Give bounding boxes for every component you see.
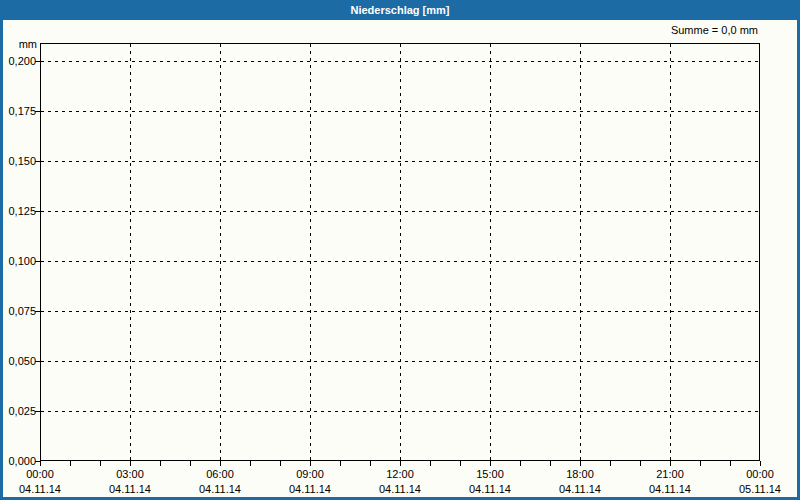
x-axis-tick [70,461,71,466]
y-axis-tick-label: 0,025 [0,405,36,417]
x-axis-date-label: 04.11.14 [455,483,525,495]
gridline-vertical [400,44,401,460]
y-axis-tick-label: 0,050 [0,355,36,367]
x-axis-time-label: 12:00 [365,468,435,480]
x-axis-tick [430,461,431,466]
x-axis-date-label: 04.11.14 [275,483,345,495]
y-axis-unit-label: mm [0,38,37,50]
x-axis-tick [340,461,341,466]
gridline-vertical [490,44,491,460]
y-axis-tick-label: 0,150 [0,155,36,167]
x-axis-tick [700,461,701,466]
x-axis-date-label: 04.11.14 [365,483,435,495]
gridline-vertical [310,44,311,460]
y-axis-tick-label: 0,200 [0,55,36,67]
chart-window: Niederschlag [mm] Summe = 0,0 mm mm 0,20… [0,0,800,500]
x-axis-date-label: 04.11.14 [185,483,255,495]
x-axis-date-label: 04.11.14 [95,483,165,495]
x-axis-tick [730,461,731,466]
y-axis-tick [35,111,40,112]
y-axis-tick-label: 0,000 [0,455,36,467]
x-axis-tick [370,461,371,466]
y-axis-tick [35,411,40,412]
gridline-vertical [670,44,671,460]
x-axis-tick [100,461,101,466]
x-axis-tick [160,461,161,466]
y-axis-tick-label: 0,175 [0,105,36,117]
x-axis-time-label: 03:00 [95,468,165,480]
x-axis-time-label: 15:00 [455,468,525,480]
x-axis-time-label: 06:00 [185,468,255,480]
x-axis-tick [130,461,131,466]
x-axis-time-label: 00:00 [725,468,795,480]
x-axis-date-label: 04.11.14 [545,483,615,495]
y-axis-tick [35,311,40,312]
x-axis-tick [640,461,641,466]
x-axis-tick [220,461,221,466]
gridline-vertical [580,44,581,460]
x-axis-tick [760,461,761,466]
x-axis-tick [40,461,41,466]
x-axis-time-label: 00:00 [5,468,75,480]
x-axis-tick [670,461,671,466]
x-axis-tick [520,461,521,466]
y-axis-tick [35,261,40,262]
x-axis-tick [400,461,401,466]
y-axis-tick [35,61,40,62]
x-axis-tick [250,461,251,466]
x-axis-tick [490,461,491,466]
x-axis-tick [460,461,461,466]
y-axis-tick [35,161,40,162]
chart-title-bar: Niederschlag [mm] [0,0,800,20]
x-axis-time-label: 18:00 [545,468,615,480]
y-axis-tick-label: 0,075 [0,305,36,317]
x-axis-tick [310,461,311,466]
x-axis-date-label: 04.11.14 [635,483,705,495]
y-axis-tick-label: 0,100 [0,255,36,267]
sum-annotation: Summe = 0,0 mm [671,24,758,36]
x-axis-tick [280,461,281,466]
chart-title: Niederschlag [mm] [350,4,449,16]
gridline-vertical [130,44,131,460]
x-axis-tick [550,461,551,466]
x-axis-tick [610,461,611,466]
x-axis-time-label: 09:00 [275,468,345,480]
y-axis-tick [35,211,40,212]
x-axis-tick [190,461,191,466]
gridline-vertical [220,44,221,460]
x-axis-time-label: 21:00 [635,468,705,480]
x-axis-date-label: 05.11.14 [725,483,795,495]
y-axis-tick [35,361,40,362]
x-axis-tick [580,461,581,466]
y-axis-tick-label: 0,125 [0,205,36,217]
x-axis-date-label: 04.11.14 [5,483,75,495]
